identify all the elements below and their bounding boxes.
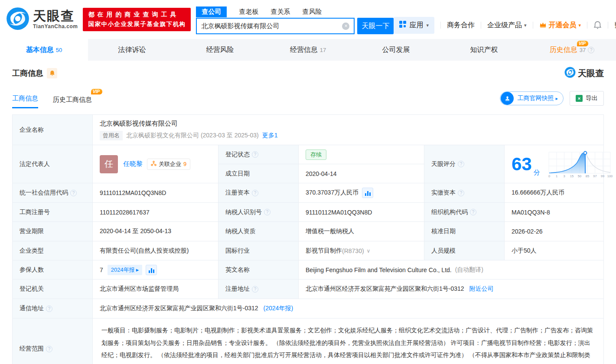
english-name: Beijing Fengshuo Film and Television Cul… (306, 266, 452, 273)
score-distribution-chart[interactable]: 0 1 3 15 50 85 97 99 100 (547, 149, 613, 179)
search-box: × (196, 18, 355, 34)
field-value-taxpayer-id: 91110112MA01QQ3N8D (299, 203, 424, 222)
help-icon[interactable]: ? (252, 151, 258, 158)
tianyancha-eye-icon (564, 67, 576, 80)
help-icon[interactable]: ? (470, 209, 476, 215)
help-icon[interactable]: ? (458, 161, 464, 167)
svg-text:99: 99 (601, 174, 604, 178)
search-tab-relation[interactable]: 查关系 (271, 8, 290, 16)
field-label-approval-date: 核准日期 (424, 222, 505, 241)
former-name-badge: 曾用名 (100, 131, 123, 140)
tab-operating-risk[interactable]: 经营风险 (176, 39, 264, 61)
org-chart-icon (151, 161, 156, 168)
divider (440, 22, 441, 29)
field-value-tyc-score: 63 分 (505, 145, 604, 183)
field-value-registry: 北京市通州区市场监督管理局 (93, 280, 218, 299)
tab-history-info[interactable]: VIP 历史信息 37 ? (528, 39, 616, 61)
enterprise-caret-icon: ▾ (524, 23, 527, 28)
field-label-establish-date: 成立日期 (218, 164, 299, 183)
tab-intellectual-property[interactable]: 知识产权 (440, 39, 528, 61)
watermark-logo: 天眼查 (564, 67, 604, 80)
nav-cooperation[interactable]: 商务合作 (447, 21, 475, 30)
related-companies-count: 9 (183, 161, 186, 167)
main-tab-bar: 基本信息 50 法律诉讼 经营风险 经营信息 17 公司发展 知识产权 VIP … (0, 39, 616, 61)
export-button[interactable]: × 导出 (570, 91, 604, 106)
subtab-history-business-info[interactable]: VIP 历史工商信息 (53, 96, 92, 108)
industry-name: 影视节目制作 (306, 247, 342, 255)
vip-badge: VIP (91, 89, 102, 94)
insured-chart-icon[interactable] (146, 265, 157, 275)
field-label-english-name: 英文名称 (218, 260, 299, 280)
annual-report-badge[interactable]: 2024年报 ▸ (108, 265, 142, 275)
subtab-label: 历史工商信息 (53, 96, 92, 103)
help-icon[interactable]: ? (46, 306, 52, 312)
field-value-taxpayer-quality: 增值税一般纳税人 (299, 222, 424, 241)
notifications-bell-icon[interactable] (593, 21, 602, 29)
industry-code: (R8730) (342, 247, 364, 254)
tab-company-development[interactable]: 公司发展 (352, 39, 440, 61)
search-input[interactable] (201, 23, 342, 30)
username: 费米 (614, 21, 616, 30)
field-label-registry: 登记机关 (13, 280, 93, 299)
field-value-industry: 影视节目制作 (R8730) ∨ (299, 241, 424, 260)
search-button[interactable]: 天眼一下 (357, 18, 394, 34)
nav-open-vip[interactable]: 开通会员 ▾ (539, 21, 581, 30)
related-companies-button[interactable]: 关联企业 9 (147, 159, 190, 170)
business-scope-text: 一般项目：电影摄制服务；电影制片；电视剧制作；影视美术道具置景服务；文艺创作；文… (101, 324, 595, 364)
help-icon[interactable]: ? (264, 209, 271, 215)
help-icon[interactable]: ? (252, 286, 258, 292)
tianyancha-eye-icon (6, 7, 29, 32)
field-label-insured: 参保人数 (13, 260, 93, 280)
apps-menu[interactable]: 应用 ▾ (394, 17, 434, 34)
subscribe-bell-icon[interactable] (47, 68, 57, 78)
nav-enterprise[interactable]: 企业级产品 ▾ (487, 21, 527, 30)
tab-operating-info[interactable]: 经营信息 17 (264, 39, 352, 61)
tab-label: 经营风险 (206, 46, 234, 55)
field-label-legal-rep: 法定代表人 (13, 145, 93, 183)
help-icon[interactable]: ? (588, 47, 594, 53)
search-tab-boss[interactable]: 查老板 (239, 8, 258, 16)
tianyancha-logo[interactable]: 天眼查 TianYanCha.com (6, 7, 78, 32)
open-vip-label: 开通会员 (549, 21, 577, 30)
logo-domain: TianYanCha.com (33, 23, 78, 29)
search-area: 查公司 查老板 查关系 查风险 × 天眼一下 (196, 5, 394, 34)
tab-label: 基本信息 (26, 46, 54, 55)
help-icon[interactable]: ? (252, 190, 258, 196)
field-value-business-term: 2020-04-14 至 2050-04-13 (93, 222, 218, 241)
divider (608, 22, 608, 29)
help-icon[interactable]: ? (46, 346, 52, 352)
official-snapshot-button[interactable]: 工商官网快照 ▸ (500, 91, 564, 105)
search-tab-company[interactable]: 查公司 (196, 6, 227, 17)
nearby-companies-link[interactable]: 附近公司 (469, 285, 494, 293)
field-value-business-scope: 一般项目：电影摄制服务；电影制片；电视剧制作；影视美术道具置景服务；文艺创作；文… (93, 318, 604, 364)
section-title: 工商信息 (12, 68, 43, 78)
field-value-reg-status: 存续 (299, 145, 424, 164)
more-former-names-link[interactable]: 更多1 (262, 132, 278, 140)
field-value-paid-capital: 16.666666万人民币 (505, 183, 604, 203)
capital-chart-icon[interactable] (362, 188, 373, 198)
related-companies-label: 关联企业 (159, 160, 181, 168)
field-value-reg-address: 北京市通州区经济开发区聚富苑产业园区聚和六街1号-0312 附近公司 (299, 280, 604, 299)
clear-search-icon[interactable]: × (342, 23, 349, 30)
svg-text:15: 15 (570, 174, 574, 178)
field-label-tyc-score: 天眼评分? (424, 145, 505, 183)
search-tab-risk[interactable]: 查风险 (302, 8, 322, 16)
search-tabs: 查公司 查老板 查关系 查风险 (196, 6, 394, 18)
tab-basic-info[interactable]: 基本信息 50 (0, 39, 88, 61)
tab-count: 50 (56, 47, 62, 53)
field-value-company-type: 有限责任公司(自然人投资或控股) (93, 241, 218, 260)
field-value-mail-address: 北京市通州区经济开发区聚富苑产业园区聚和六街1号-0312 (2024年报) (93, 299, 604, 318)
tab-label: 知识产权 (470, 46, 498, 55)
field-value-reg-no: 110112028617637 (93, 203, 218, 222)
help-icon[interactable]: ? (458, 190, 464, 196)
mail-address-report-link[interactable]: (2024年报) (264, 305, 293, 312)
tab-legal[interactable]: 法律诉讼 (88, 39, 176, 61)
chevron-down-icon[interactable]: ∨ (367, 248, 371, 254)
legal-rep-avatar[interactable]: 任 (100, 155, 118, 173)
subtab-business-info[interactable]: 工商信息 (12, 94, 38, 108)
legal-rep-name-link[interactable]: 任晓黎 (123, 160, 143, 168)
help-icon[interactable]: ? (70, 190, 77, 196)
mail-address: 北京市通州区经济开发区聚富苑产业园区聚和六街1号-0312 (100, 305, 258, 312)
user-menu[interactable]: 费米 ▾ (614, 21, 616, 30)
vip-badge: VIP (577, 41, 588, 46)
